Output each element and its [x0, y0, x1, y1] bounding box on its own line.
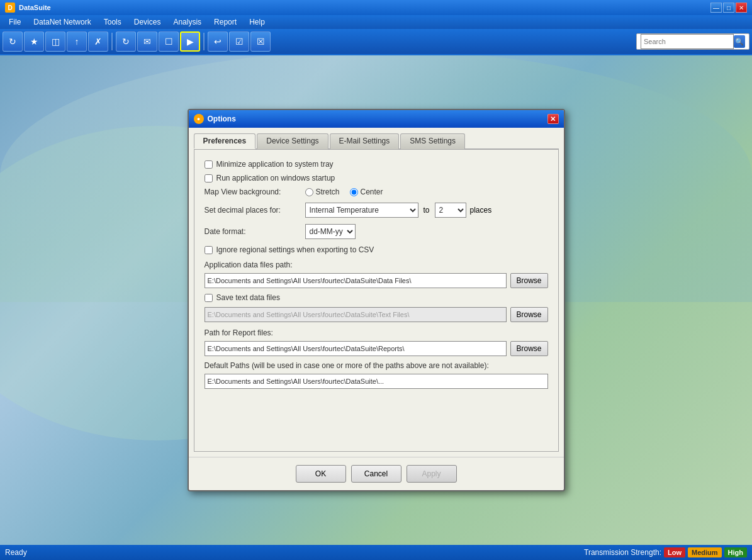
decimal-places-label: Set decimal places for: — [205, 206, 305, 215]
minimize-tray-label: Minimize application to system tray — [216, 160, 334, 169]
tab-preferences[interactable]: Preferences — [194, 133, 256, 149]
cancel-button[interactable]: Cancel — [351, 465, 401, 483]
toolbar-btn-3[interactable]: ◫ — [45, 31, 65, 52]
browse-data-button[interactable]: Browse — [510, 273, 548, 288]
strength-low: Low — [664, 547, 685, 557]
strength-high: High — [724, 547, 747, 557]
toolbar-btn-5[interactable]: ✗ — [88, 31, 108, 52]
places-label: places — [470, 206, 492, 215]
default-path-container — [205, 374, 548, 389]
search-input[interactable] — [641, 34, 734, 49]
app-titlebar: D DataSuite — □ ✕ — [0, 0, 752, 15]
decimal-count-select[interactable]: 1 2 3 4 5 — [435, 203, 466, 218]
stretch-label: Stretch — [316, 188, 340, 196]
stretch-radio[interactable] — [305, 188, 313, 196]
window-controls: — □ ✕ — [710, 3, 747, 13]
toolbar-btn-6[interactable]: ↻ — [116, 31, 136, 52]
app-data-path-input[interactable] — [205, 273, 507, 288]
browse-text-button[interactable]: Browse — [510, 307, 548, 322]
ok-button[interactable]: OK — [296, 465, 346, 483]
toolbar-btn-2[interactable]: ★ — [24, 31, 44, 52]
toolbar-btn-8[interactable]: ☐ — [159, 31, 179, 52]
map-view-label: Map View background: — [205, 188, 305, 196]
dialog-overlay: ● Options ✕ Preferences Device Settings … — [0, 55, 752, 545]
dialog-footer: OK Cancel Apply — [189, 457, 564, 490]
map-view-radio-group: Stretch Center — [305, 188, 383, 196]
dialog-title-left: ● Options — [194, 114, 236, 124]
date-format-row: Date format: dd-MM-yy MM/dd/yy yy-MM-dd … — [205, 224, 548, 239]
startup-checkbox[interactable] — [205, 174, 213, 182]
text-path-row: Browse — [205, 307, 548, 322]
close-button[interactable]: ✕ — [736, 3, 747, 13]
to-label: to — [424, 206, 430, 215]
menu-file[interactable]: File — [3, 16, 27, 28]
menu-report[interactable]: Report — [208, 16, 243, 28]
report-path-input[interactable] — [205, 341, 507, 356]
dialog-icon: ● — [194, 114, 204, 124]
strength-medium: Medium — [688, 547, 722, 557]
date-format-select[interactable]: dd-MM-yy MM/dd/yy yy-MM-dd dd/MM/yyyy — [305, 224, 356, 239]
decimal-type-select[interactable]: Internal Temperature External Temperatur… — [305, 203, 418, 218]
minimize-tray-row: Minimize application to system tray — [205, 160, 548, 169]
transmission-strength: Transmission Strength: Low Medium High — [584, 547, 747, 557]
tab-device-settings[interactable]: Device Settings — [257, 133, 328, 149]
center-radio[interactable] — [350, 188, 358, 196]
app-icon: D — [5, 3, 15, 13]
toolbar-btn-active[interactable]: ▶ — [180, 31, 200, 52]
save-text-row: Save text data files — [205, 293, 548, 302]
report-path-label: Path for Report files: — [205, 328, 548, 337]
default-paths-label: Default Paths (will be used in case one … — [205, 361, 548, 370]
menu-devices[interactable]: Devices — [128, 16, 167, 28]
tab-email-settings[interactable]: E-Mail Settings — [330, 133, 400, 149]
center-label: Center — [361, 188, 383, 196]
statusbar: Ready Transmission Strength: Low Medium … — [0, 545, 752, 560]
tab-sms-settings[interactable]: SMS Settings — [400, 133, 465, 149]
default-path-input[interactable] — [205, 374, 548, 389]
decimal-places-row: Set decimal places for: Internal Tempera… — [205, 203, 548, 218]
startup-row: Run application on windows startup — [205, 174, 548, 182]
menu-analysis[interactable]: Analysis — [167, 16, 208, 28]
app-data-path-row: Browse — [205, 273, 548, 288]
taskbar-top: D DataSuite — □ ✕ File DataNet Network T… — [0, 0, 752, 55]
toolbar-btn-9[interactable]: ↩ — [208, 31, 228, 52]
toolbar: ↻ ★ ◫ ↑ ✗ ↻ ✉ ☐ ▶ ↩ ☑ ☒ 🔍 — [0, 29, 752, 54]
dialog-body: Preferences Device Settings E-Mail Setti… — [189, 128, 564, 457]
maximize-button[interactable]: □ — [723, 3, 734, 13]
center-radio-item[interactable]: Center — [350, 188, 383, 196]
menu-help[interactable]: Help — [243, 16, 271, 28]
search-button[interactable]: 🔍 — [734, 35, 745, 48]
text-path-input — [205, 307, 507, 322]
ignore-regional-row: Ignore regional settings when exporting … — [205, 245, 548, 254]
minimize-button[interactable]: — — [710, 3, 722, 13]
minimize-tray-checkbox[interactable] — [205, 160, 213, 169]
options-dialog: ● Options ✕ Preferences Device Settings … — [188, 109, 565, 491]
apply-button[interactable]: Apply — [407, 465, 457, 483]
tab-bar: Preferences Device Settings E-Mail Setti… — [194, 133, 559, 150]
startup-label: Run application on windows startup — [216, 174, 335, 182]
report-path-row: Browse — [205, 341, 548, 356]
ignore-regional-checkbox[interactable] — [205, 246, 213, 254]
toolbar-btn-10[interactable]: ☑ — [229, 31, 249, 52]
toolbar-sep-2 — [203, 33, 205, 50]
menu-datanet[interactable]: DataNet Network — [27, 16, 97, 28]
toolbar-btn-7[interactable]: ✉ — [137, 31, 157, 52]
status-text: Ready — [5, 548, 27, 557]
dialog-close-button[interactable]: ✕ — [547, 114, 559, 124]
browse-report-button[interactable]: Browse — [510, 341, 548, 356]
toolbar-btn-11[interactable]: ☒ — [250, 31, 271, 52]
toolbar-sep-1 — [111, 33, 113, 50]
toolbar-btn-4[interactable]: ↑ — [67, 31, 87, 52]
date-format-label: Date format: — [205, 227, 305, 236]
stretch-radio-item[interactable]: Stretch — [305, 188, 340, 196]
ignore-regional-label: Ignore regional settings when exporting … — [216, 245, 374, 254]
map-view-row: Map View background: Stretch Center — [205, 188, 548, 196]
app-title: DataSuite — [19, 4, 51, 11]
app-data-path-label: Application data files path: — [205, 260, 548, 269]
save-text-label: Save text data files — [216, 293, 280, 302]
toolbar-btn-1[interactable]: ↻ — [3, 31, 23, 52]
menu-tools[interactable]: Tools — [98, 16, 128, 28]
search-box: 🔍 — [636, 33, 749, 50]
transmission-label: Transmission Strength: — [584, 548, 661, 557]
search-area: 🔍 — [636, 33, 749, 50]
save-text-checkbox[interactable] — [205, 294, 213, 302]
